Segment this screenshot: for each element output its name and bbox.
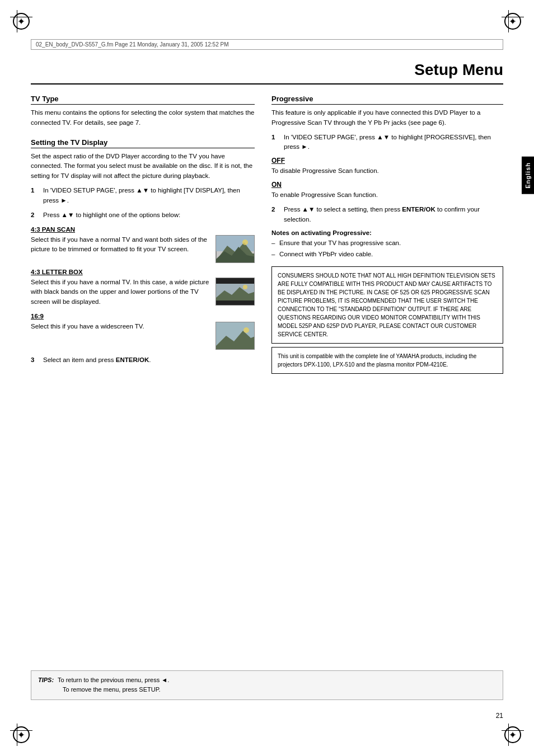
on-label: ON bbox=[271, 181, 503, 189]
prog-step2-num: 2 bbox=[271, 205, 282, 225]
letter-box-title: 4:3 LETTER BOX bbox=[31, 269, 255, 275]
widescreen-image bbox=[216, 322, 255, 350]
notes-heading: Notes on activating Progressive: bbox=[271, 229, 503, 236]
letter-box-section: 4:3 LETTER BOX Select this if you have a… bbox=[31, 269, 255, 307]
progressive-intro: This feature is only applicable if you h… bbox=[271, 108, 503, 128]
svg-rect-8 bbox=[216, 300, 255, 306]
step1-text: In 'VIDEO SETUP PAGE', press ▲▼ to highl… bbox=[43, 186, 255, 206]
corner-mark-br bbox=[502, 724, 524, 746]
setting-tv-body: Set the aspect ratio of the DVD Player a… bbox=[31, 152, 255, 181]
notes-section: Notes on activating Progressive: Ensure … bbox=[271, 229, 503, 260]
setting-tv-section: Setting the TV Display Set the aspect ra… bbox=[31, 138, 255, 365]
left-column: TV Type This menu contains the options f… bbox=[31, 95, 255, 374]
tips-line2: To remove the menu, press SETUP. bbox=[63, 686, 161, 693]
letter-box-text: Select this if you have a normal TV. In … bbox=[31, 278, 210, 307]
progressive-section: Progressive This feature is only applica… bbox=[271, 95, 503, 374]
off-text: To disable Progressive Scan function. bbox=[271, 166, 503, 176]
corner-mark-bl bbox=[10, 724, 32, 746]
progressive-heading: Progressive bbox=[271, 95, 503, 105]
tips-label: TIPS: bbox=[38, 677, 54, 683]
right-column: Progressive This feature is only applica… bbox=[271, 95, 503, 374]
tips-line1: To return to the previous menu, press ◄. bbox=[58, 677, 169, 683]
main-content: TV Type This menu contains the options f… bbox=[31, 95, 503, 374]
step3-num: 3 bbox=[31, 355, 41, 365]
step3-item: 3 Select an item and press ENTER/OK. bbox=[31, 355, 255, 365]
corner-mark-tr bbox=[502, 10, 524, 32]
pan-scan-title: 4:3 PAN SCAN bbox=[31, 226, 255, 233]
notes-list: Ensure that your TV has progressive scan… bbox=[271, 238, 503, 260]
prog-step2-item: 2 Press ▲▼ to select a setting, then pre… bbox=[271, 205, 503, 225]
warning-box: CONSUMERS SHOULD NOTE THAT NOT ALL HIGH … bbox=[271, 266, 503, 344]
widescreen-section: 16:9 Select this if you have a widescree… bbox=[31, 313, 255, 350]
pan-scan-content: Select this if you have a normal TV and … bbox=[31, 235, 255, 263]
page-title: Setup Menu bbox=[31, 61, 503, 84]
off-label: OFF bbox=[271, 157, 503, 165]
pan-scan-text: Select this if you have a normal TV and … bbox=[31, 235, 210, 255]
english-tab: English bbox=[522, 157, 534, 194]
step2-num: 2 bbox=[31, 210, 41, 220]
pan-scan-image bbox=[216, 235, 255, 263]
step1-item: 1 In 'VIDEO SETUP PAGE', press ▲▼ to hig… bbox=[31, 186, 255, 206]
filepath-bar: 02_EN_body_DVD-S557_G.fm Page 21 Monday,… bbox=[31, 39, 503, 50]
corner-mark-tl bbox=[10, 10, 32, 32]
letter-box-image bbox=[216, 278, 255, 306]
widescreen-content: Select this if you have a widescreen TV. bbox=[31, 322, 255, 350]
tv-type-heading: TV Type bbox=[31, 95, 255, 105]
setting-tv-heading: Setting the TV Display bbox=[31, 138, 255, 148]
compat-box: This unit is compatible with the complet… bbox=[271, 347, 503, 374]
prog-step1-text: In 'VIDEO SETUP PAGE', press ▲▼ to highl… bbox=[284, 133, 503, 153]
on-text: To enable Progressive Scan function. bbox=[271, 190, 503, 200]
page-number: 21 bbox=[496, 712, 503, 720]
letter-box-content: Select this if you have a normal TV. In … bbox=[31, 278, 255, 307]
pan-scan-section: 4:3 PAN SCAN Select this if you have a n… bbox=[31, 226, 255, 263]
prog-step1-item: 1 In 'VIDEO SETUP PAGE', press ▲▼ to hig… bbox=[271, 133, 503, 153]
svg-point-11 bbox=[243, 285, 247, 289]
page: English 02_EN_body_DVD-S557_G.fm Page 21… bbox=[0, 0, 534, 756]
tips-bar: TIPS: To return to the previous menu, pr… bbox=[31, 670, 503, 700]
tv-type-body: This menu contains the options for selec… bbox=[31, 108, 255, 128]
widescreen-text: Select this if you have a widescreen TV. bbox=[31, 322, 210, 332]
step2-item: 2 Press ▲▼ to highlight one of the optio… bbox=[31, 210, 255, 220]
tv-type-section: TV Type This menu contains the options f… bbox=[31, 95, 255, 128]
prog-step1-num: 1 bbox=[271, 133, 282, 153]
step3-text: Select an item and press ENTER/OK. bbox=[43, 355, 151, 365]
svg-rect-7 bbox=[216, 278, 255, 284]
svg-point-14 bbox=[243, 327, 249, 333]
step1-num: 1 bbox=[31, 186, 41, 206]
svg-point-5 bbox=[242, 240, 248, 245]
widescreen-title: 16:9 bbox=[31, 313, 255, 320]
note-item-1: Ensure that your TV has progressive scan… bbox=[271, 238, 503, 248]
step2-text: Press ▲▼ to highlight one of the options… bbox=[43, 210, 180, 220]
note-item-2: Connect with YPbPr video cable. bbox=[271, 250, 503, 260]
prog-step2-text: Press ▲▼ to select a setting, then press… bbox=[284, 205, 503, 225]
